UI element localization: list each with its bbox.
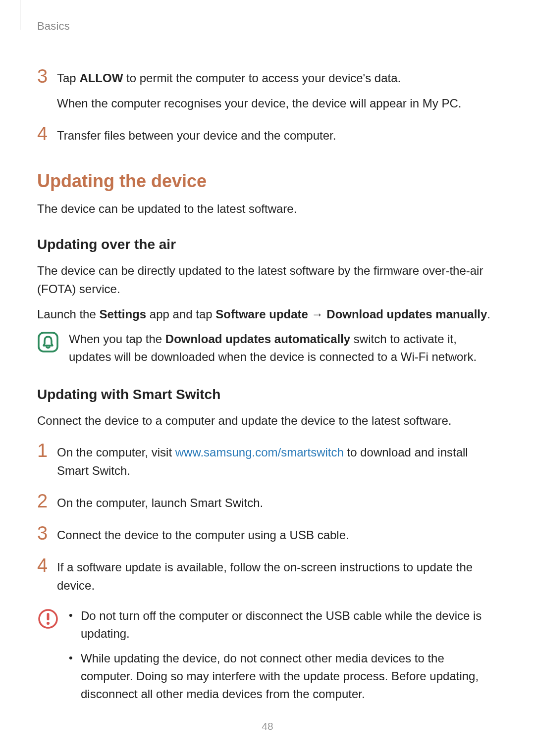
- warning-icon: [37, 608, 59, 630]
- bold-text: Software update: [215, 307, 308, 321]
- arrow-icon: →: [308, 307, 326, 321]
- step-body: Tap ALLOW to permit the computer to acce…: [57, 67, 461, 112]
- link-text[interactable]: www.samsung.com/smartswitch: [175, 446, 344, 459]
- text: Tap: [57, 71, 79, 85]
- step-body: On the computer, visit www.samsung.com/s…: [57, 441, 498, 480]
- bold-text: Download updates manually: [326, 307, 487, 321]
- step-item: 2 On the computer, launch Smart Switch.: [37, 492, 498, 512]
- text: When you tap the: [69, 332, 165, 346]
- step-number: 4: [37, 124, 57, 144]
- heading-1: Updating the device: [37, 171, 498, 192]
- page-number: 48: [0, 720, 535, 732]
- heading-2: Updating with Smart Switch: [37, 387, 498, 403]
- paragraph: Launch the Settings app and tap Software…: [37, 305, 498, 323]
- list-item: While updating the device, do not connec…: [69, 650, 498, 703]
- step-item: 4 Transfer files between your device and…: [37, 124, 498, 145]
- text: If a software update is available, follo…: [57, 558, 498, 595]
- step-number: 1: [37, 441, 57, 461]
- step-number: 4: [37, 556, 57, 576]
- header-rule: [20, 0, 20, 30]
- bold-text: ALLOW: [79, 71, 123, 85]
- section-label: Basics: [37, 20, 70, 32]
- text: On the computer, launch Smart Switch.: [57, 494, 263, 512]
- step-item: 3 Connect the device to the computer usi…: [37, 524, 498, 544]
- warning-box: Do not turn off the computer or disconne…: [37, 607, 498, 710]
- note-box: When you tap the Download updates automa…: [37, 330, 498, 366]
- text: On the computer, visit: [57, 446, 175, 459]
- text: .: [487, 307, 490, 321]
- step-item: 1 On the computer, visit www.samsung.com…: [37, 441, 498, 480]
- text: to permit the computer to access your de…: [123, 71, 401, 85]
- step-body: If a software update is available, follo…: [57, 556, 498, 595]
- svg-point-3: [47, 622, 50, 625]
- text: Connect the device to the computer using…: [57, 526, 349, 544]
- step-number: 2: [37, 492, 57, 511]
- paragraph: Connect the device to a computer and upd…: [37, 411, 498, 430]
- page-header: Basics: [37, 20, 498, 40]
- text: Transfer files between your device and t…: [57, 126, 336, 145]
- step-body: Transfer files between your device and t…: [57, 124, 336, 145]
- bell-note-icon: [37, 331, 59, 353]
- bold-text: Download updates automatically: [165, 332, 350, 346]
- svg-rect-0: [39, 333, 57, 352]
- step-body: Connect the device to the computer using…: [57, 524, 349, 544]
- text: app and tap: [146, 307, 215, 321]
- list-item: Do not turn off the computer or disconne…: [69, 607, 498, 643]
- step-number: 3: [37, 67, 57, 87]
- note-text: When you tap the Download updates automa…: [69, 330, 498, 366]
- paragraph: The device can be directly updated to th…: [37, 261, 498, 298]
- bold-text: Settings: [99, 307, 146, 321]
- svg-rect-2: [47, 613, 50, 620]
- step-item: 3 Tap ALLOW to permit the computer to ac…: [37, 67, 498, 112]
- text: Launch the: [37, 307, 99, 321]
- heading-2: Updating over the air: [37, 237, 498, 252]
- step-body: On the computer, launch Smart Switch.: [57, 492, 263, 512]
- warning-text: Do not turn off the computer or disconne…: [69, 607, 498, 710]
- step-number: 3: [37, 524, 57, 544]
- paragraph: The device can be updated to the latest …: [37, 200, 498, 218]
- text: When the computer recognises your device…: [57, 94, 461, 112]
- step-item: 4 If a software update is available, fol…: [37, 556, 498, 595]
